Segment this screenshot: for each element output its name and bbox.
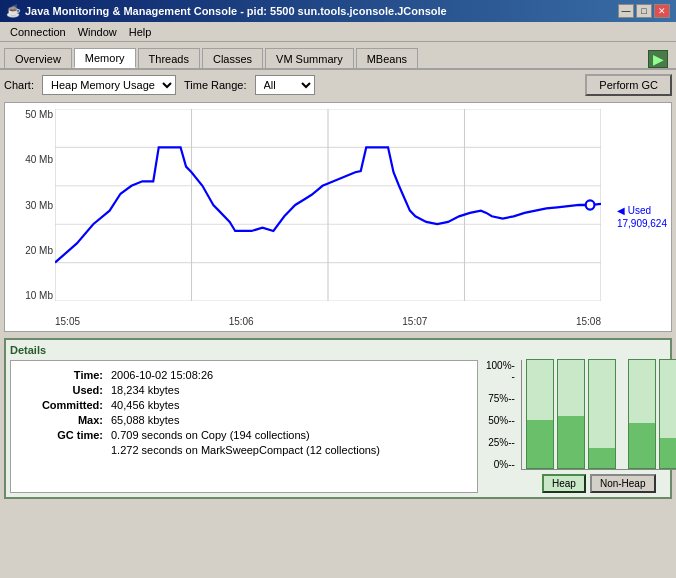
time-range-label: Time Range: — [184, 79, 247, 91]
heap-bar-2-fill — [558, 416, 584, 468]
menu-window[interactable]: Window — [72, 25, 123, 39]
svg-point-11 — [586, 200, 595, 209]
x-label-1507: 15:07 — [402, 316, 427, 327]
max-label: Max: — [23, 414, 103, 426]
y-label-10: 10 Mb — [9, 290, 53, 301]
tab-mbeans[interactable]: MBeans — [356, 48, 418, 68]
maximize-button[interactable]: □ — [636, 4, 652, 18]
heap-bar-3 — [588, 359, 616, 469]
heap-button[interactable]: Heap — [542, 474, 586, 493]
nonheap-bar-1-fill — [629, 423, 655, 468]
perform-gc-button[interactable]: Perform GC — [585, 74, 672, 96]
details-title: Details — [10, 344, 666, 356]
nonheap-bar-2-fill — [660, 438, 676, 468]
used-value: 18,234 kbytes — [111, 384, 180, 396]
gctime-label2 — [23, 444, 103, 456]
details-row-used: Used: 18,234 kbytes — [23, 384, 465, 396]
y-label-20: 20 Mb — [9, 245, 53, 256]
app-icon: ☕ — [6, 4, 21, 18]
heap-bar-3-fill — [589, 448, 615, 468]
chart-annotation: ◀ Used 17,909,624 — [617, 204, 667, 230]
minimize-button[interactable]: — — [618, 4, 634, 18]
chart-svg — [55, 109, 601, 301]
time-value: 2006-10-02 15:08:26 — [111, 369, 213, 381]
chart-plot — [55, 109, 601, 301]
details-row-time: Time: 2006-10-02 15:08:26 — [23, 369, 465, 381]
time-range-select[interactable]: All — [255, 75, 315, 95]
x-label-1508: 15:08 — [576, 316, 601, 327]
time-label: Time: — [23, 369, 103, 381]
details-row-gctime1: GC time: 0.709 seconds on Copy (194 coll… — [23, 429, 465, 441]
bar-chart-y-labels: 100%-- 75%-- 50%-- 25%-- 0%-- — [486, 360, 515, 470]
menu-bar: Connection Window Help — [0, 22, 676, 42]
y-label-30: 30 Mb — [9, 200, 53, 211]
tab-vm-summary[interactable]: VM Summary — [265, 48, 354, 68]
menu-help[interactable]: Help — [123, 25, 158, 39]
chart-select[interactable]: Heap Memory Usage — [42, 75, 176, 95]
title-text: Java Monitoring & Management Console - p… — [25, 5, 447, 17]
heap-bar-1-fill — [527, 420, 553, 468]
heap-bar-1 — [526, 359, 554, 469]
chart-controls: Chart: Heap Memory Usage Time Range: All… — [4, 74, 672, 96]
title-bar: ☕ Java Monitoring & Management Console -… — [0, 0, 676, 22]
tab-classes[interactable]: Classes — [202, 48, 263, 68]
tab-threads[interactable]: Threads — [138, 48, 200, 68]
x-label-1506: 15:06 — [229, 316, 254, 327]
chart-area: 50 Mb 40 Mb 30 Mb 20 Mb 10 Mb — [4, 102, 672, 332]
committed-label: Committed: — [23, 399, 103, 411]
tab-overview[interactable]: Overview — [4, 48, 72, 68]
x-label-1505: 15:05 — [55, 316, 80, 327]
committed-value: 40,456 kbytes — [111, 399, 180, 411]
gctime-label: GC time: — [23, 429, 103, 441]
details-section: Details Time: 2006-10-02 15:08:26 Used: … — [4, 338, 672, 499]
status-icon: ▶ — [648, 50, 668, 68]
chart-x-axis: 15:05 15:06 15:07 15:08 — [55, 316, 601, 327]
max-value: 65,088 kbytes — [111, 414, 180, 426]
used-label: Used: — [23, 384, 103, 396]
chart-y-axis: 50 Mb 40 Mb 30 Mb 20 Mb 10 Mb — [9, 109, 53, 301]
details-row-gctime2: 1.272 seconds on MarkSweepCompact (12 co… — [23, 444, 465, 456]
nonheap-button[interactable]: Non-Heap — [590, 474, 656, 493]
gctime-value2: 1.272 seconds on MarkSweepCompact (12 co… — [111, 444, 380, 456]
details-table: Time: 2006-10-02 15:08:26 Used: 18,234 k… — [10, 360, 478, 493]
details-row-committed: Committed: 40,456 kbytes — [23, 399, 465, 411]
gctime-value1: 0.709 seconds on Copy (194 collections) — [111, 429, 310, 441]
details-row-max: Max: 65,088 kbytes — [23, 414, 465, 426]
nonheap-bar-2 — [659, 359, 676, 469]
memory-bar-chart: 100%-- 75%-- 50%-- 25%-- 0%-- — [486, 360, 666, 493]
menu-connection[interactable]: Connection — [4, 25, 72, 39]
y-label-50: 50 Mb — [9, 109, 53, 120]
close-button[interactable]: ✕ — [654, 4, 670, 18]
heap-bar-2 — [557, 359, 585, 469]
y-label-40: 40 Mb — [9, 154, 53, 165]
nonheap-bar-1 — [628, 359, 656, 469]
tab-memory[interactable]: Memory — [74, 48, 136, 68]
chart-label: Chart: — [4, 79, 34, 91]
tab-bar: Overview Memory Threads Classes VM Summa… — [0, 42, 676, 70]
